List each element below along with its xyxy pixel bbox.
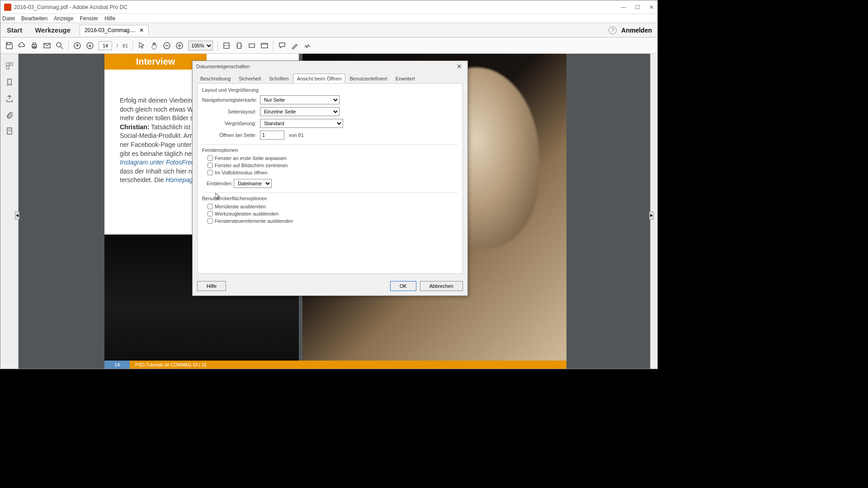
group-window-label: Fensteroptionen [202, 147, 458, 153]
svg-line-5 [61, 47, 63, 49]
close-button[interactable]: ✕ [649, 4, 654, 10]
pages-icon[interactable] [5, 127, 14, 135]
read-mode-icon[interactable] [260, 42, 269, 50]
zoom-select[interactable]: 105% [188, 41, 213, 51]
open-page-input[interactable] [260, 131, 284, 140]
interview-header: Interview [104, 54, 207, 70]
document-properties-dialog: Dokumenteigenschaften ✕ Beschreibung Sic… [192, 61, 468, 296]
page-up-icon[interactable] [73, 42, 81, 50]
show-label: Einblenden: [207, 181, 230, 186]
tab-sicherheit[interactable]: Sicherheit [235, 74, 265, 83]
tab-close-icon[interactable]: ✕ [139, 27, 144, 33]
nav-tab-select[interactable]: Nur Seite [260, 95, 340, 104]
svg-rect-16 [249, 44, 255, 47]
maximize-button[interactable]: ☐ [635, 4, 640, 10]
fit-height-icon[interactable] [248, 42, 256, 50]
titlebar: 2016-03_Commag.pdf - Adobe Acrobat Pro D… [0, 0, 657, 14]
zoom-in-icon[interactable] [175, 42, 184, 50]
footer-text: PSD-Tutorials.de COMMAG 03 | 16 [130, 361, 566, 369]
cb-fullscreen[interactable] [208, 170, 213, 175]
attachment-icon[interactable] [5, 111, 14, 119]
magnification-select[interactable]: Standard [260, 119, 343, 128]
tab-beschreibung[interactable]: Beschreibung [196, 74, 235, 83]
menu-fenster[interactable]: Fenster [80, 15, 98, 22]
tab-benutzerdefiniert[interactable]: Benutzerdefiniert [345, 74, 391, 83]
zoom-out-icon[interactable] [163, 42, 171, 50]
svg-point-4 [57, 42, 61, 47]
page-layout-label: Seitenlayout: [202, 109, 256, 114]
tab-document-label: 2016-03_Commag.... [85, 27, 136, 33]
menu-datei[interactable]: Datei [2, 15, 15, 22]
page-number-input[interactable] [99, 41, 112, 50]
search-icon[interactable] [56, 42, 64, 50]
bookmark-icon[interactable] [5, 78, 14, 86]
app-icon [4, 4, 11, 11]
dialog-tabs: Beschreibung Sicherheit Schriften Ansich… [193, 72, 467, 83]
fit-width-icon[interactable] [222, 42, 231, 50]
cb-hide-menubar[interactable] [208, 204, 213, 209]
menu-bearbeiten[interactable]: Bearbeiten [21, 15, 47, 22]
hand-tool-icon[interactable] [150, 42, 158, 50]
page-down-icon[interactable] [86, 42, 94, 50]
page-footer: 14 PSD-Tutorials.de COMMAG 03 | 16 [104, 361, 566, 369]
group-layout-label: Layout und Vergrößerung [202, 87, 458, 93]
cancel-button[interactable]: Abbrechen [420, 281, 463, 291]
footer-page-num: 14 [104, 361, 130, 369]
cb-fit-first-page[interactable] [208, 155, 213, 161]
thumbnails-icon[interactable] [5, 62, 14, 70]
right-collapse-handle[interactable]: ▶ [649, 211, 654, 220]
cb-center-screen[interactable] [208, 163, 213, 168]
svg-rect-15 [237, 43, 241, 48]
dialog-close-button[interactable]: ✕ [455, 63, 464, 70]
highlight-icon[interactable] [291, 42, 299, 50]
open-page-of: von 81 [289, 132, 304, 138]
share-icon[interactable] [5, 94, 14, 103]
open-page-label: Öffnen bei Seite: [202, 132, 256, 138]
tab-erweitert[interactable]: Erweitert [392, 74, 419, 83]
tab-schriften[interactable]: Schriften [265, 74, 292, 83]
cloud-icon[interactable] [18, 42, 26, 50]
tab-document[interactable]: 2016-03_Commag.... ✕ [80, 25, 149, 35]
mail-icon[interactable] [43, 42, 51, 50]
save-icon[interactable] [5, 42, 13, 50]
tab-ansicht-beim-oeffnen[interactable]: Ansicht beim Öffnen [293, 74, 346, 83]
tab-tools[interactable]: Werkzeuge [28, 23, 77, 37]
help-button[interactable]: Hilfe [197, 281, 226, 291]
nav-tab-label: Navigationsregisterkarte: [202, 97, 256, 103]
sign-icon[interactable] [303, 42, 311, 50]
group-ui-label: Benutzeroberflächenoptionen [202, 196, 458, 201]
window-title: 2016-03_Commag.pdf - Adobe Acrobat Pro D… [14, 4, 127, 10]
main-toolbar: / 81 105% [0, 38, 657, 54]
minimize-button[interactable]: — [621, 4, 626, 10]
page-separator: / [117, 43, 118, 48]
print-icon[interactable] [30, 42, 38, 50]
svg-rect-19 [6, 63, 9, 66]
menu-hilfe[interactable]: Hilfe [104, 15, 115, 22]
page-total: 81 [123, 43, 128, 48]
help-icon[interactable]: ? [609, 26, 617, 34]
magnification-label: Vergrößerung: [202, 121, 256, 126]
dialog-body: Layout und Vergrößerung Navigationsregis… [197, 83, 463, 274]
menubar: Datei Bearbeiten Anzeige Fenster Hilfe [0, 14, 657, 23]
dialog-titlebar: Dokumenteigenschaften ✕ [193, 61, 467, 72]
show-select[interactable]: Dateiname [234, 179, 272, 188]
dialog-title-text: Dokumenteigenschaften [196, 64, 250, 69]
cb-hide-toolbars[interactable] [208, 211, 213, 216]
svg-rect-21 [6, 66, 9, 69]
dialog-button-row: Hilfe OK Abbrechen [193, 278, 467, 296]
menu-anzeige[interactable]: Anzeige [54, 15, 73, 22]
svg-rect-1 [33, 43, 36, 45]
comment-icon[interactable] [278, 42, 286, 50]
tab-start[interactable]: Start [0, 23, 28, 37]
cb-hide-window-controls[interactable] [208, 218, 213, 224]
svg-rect-20 [10, 63, 13, 66]
document-tabs: Start Werkzeuge 2016-03_Commag.... ✕ ? A… [0, 23, 657, 38]
mouse-cursor [215, 193, 221, 200]
ok-button[interactable]: OK [390, 281, 416, 291]
page-layout-select[interactable]: Einzelne Seite [260, 107, 340, 116]
select-tool-icon[interactable] [137, 42, 146, 50]
window-controls: — ☐ ✕ [621, 4, 654, 10]
fit-page-icon[interactable] [235, 42, 243, 50]
signin-button[interactable]: Anmelden [621, 27, 652, 34]
